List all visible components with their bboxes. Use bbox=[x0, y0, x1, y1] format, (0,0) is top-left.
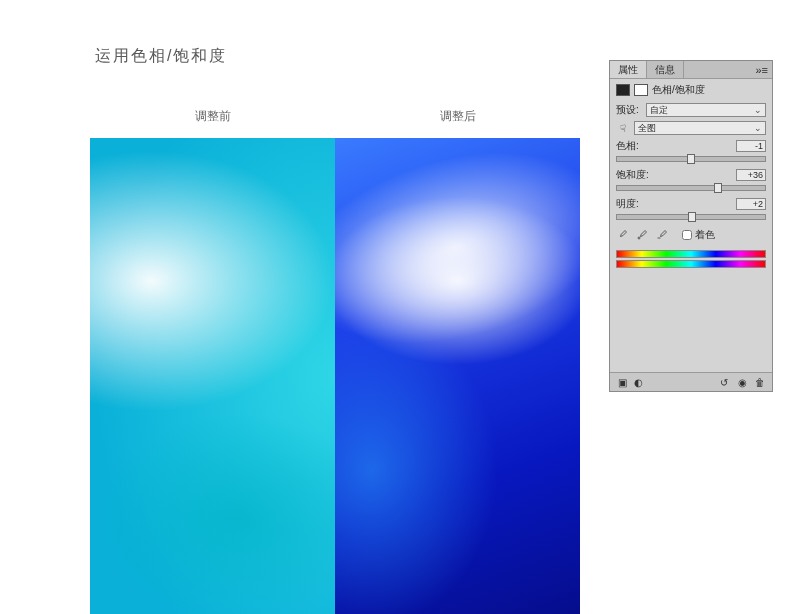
lightness-value[interactable]: +2 bbox=[736, 198, 766, 210]
eyedropper-icon[interactable] bbox=[616, 229, 628, 241]
hue-slider: 色相: -1 bbox=[610, 137, 772, 162]
eyedropper-row: 着色 bbox=[610, 224, 772, 246]
delete-icon[interactable]: 🗑 bbox=[754, 376, 766, 388]
comparison-labels: 调整前 调整后 bbox=[90, 108, 580, 125]
range-row: ☟ 全图 bbox=[610, 119, 772, 137]
hue-track[interactable] bbox=[616, 156, 766, 162]
lightness-track[interactable] bbox=[616, 214, 766, 220]
panel-footer: ▣ ◐ ↺ ◉ 🗑 bbox=[610, 372, 772, 391]
spectrum-bottom bbox=[616, 260, 766, 268]
image-after bbox=[335, 138, 580, 614]
spectrum-top bbox=[616, 250, 766, 258]
tab-info[interactable]: 信息 bbox=[647, 61, 684, 78]
properties-panel: 属性 信息 »≡ 色相/饱和度 预设: 自定 ☟ 全图 色相: -1 饱和度: … bbox=[609, 60, 773, 392]
label-before: 调整前 bbox=[90, 108, 335, 125]
saturation-track[interactable] bbox=[616, 185, 766, 191]
saturation-label: 饱和度: bbox=[616, 168, 649, 182]
panel-spacer bbox=[610, 276, 772, 372]
reset-icon[interactable]: ↺ bbox=[718, 376, 730, 388]
tab-properties[interactable]: 属性 bbox=[610, 61, 647, 78]
saturation-value[interactable]: +36 bbox=[736, 169, 766, 181]
lightness-thumb[interactable] bbox=[688, 212, 696, 222]
adjustment-thumb-icon bbox=[616, 84, 630, 96]
adjustment-mask-icon bbox=[634, 84, 648, 96]
eyedropper-add-icon[interactable] bbox=[636, 229, 648, 241]
image-before bbox=[90, 138, 335, 614]
preset-label: 预设: bbox=[616, 103, 642, 117]
hue-value[interactable]: -1 bbox=[736, 140, 766, 152]
colorize-label: 着色 bbox=[695, 228, 715, 242]
adjustment-name: 色相/饱和度 bbox=[652, 83, 705, 97]
eyedropper-subtract-icon[interactable] bbox=[656, 229, 668, 241]
panel-menu-icon[interactable]: »≡ bbox=[751, 64, 772, 76]
adjustment-header: 色相/饱和度 bbox=[610, 79, 772, 101]
page-title: 运用色相/饱和度 bbox=[95, 46, 227, 67]
preset-row: 预设: 自定 bbox=[610, 101, 772, 119]
preset-select[interactable]: 自定 bbox=[646, 103, 766, 117]
hand-icon[interactable]: ☟ bbox=[616, 123, 630, 134]
range-select[interactable]: 全图 bbox=[634, 121, 766, 135]
panel-tabs: 属性 信息 »≡ bbox=[610, 61, 772, 79]
label-after: 调整后 bbox=[335, 108, 580, 125]
lightness-slider: 明度: +2 bbox=[610, 195, 772, 220]
visibility-icon[interactable]: ◉ bbox=[736, 376, 748, 388]
colorize-input[interactable] bbox=[682, 230, 692, 240]
lightness-label: 明度: bbox=[616, 197, 639, 211]
hue-label: 色相: bbox=[616, 139, 639, 153]
colorize-checkbox[interactable]: 着色 bbox=[682, 228, 715, 242]
hue-thumb[interactable] bbox=[687, 154, 695, 164]
clip-icon[interactable]: ▣ bbox=[616, 376, 628, 388]
saturation-slider: 饱和度: +36 bbox=[610, 166, 772, 191]
view-previous-icon[interactable]: ◐ bbox=[632, 376, 644, 388]
saturation-thumb[interactable] bbox=[714, 183, 722, 193]
comparison-canvas bbox=[90, 138, 580, 614]
